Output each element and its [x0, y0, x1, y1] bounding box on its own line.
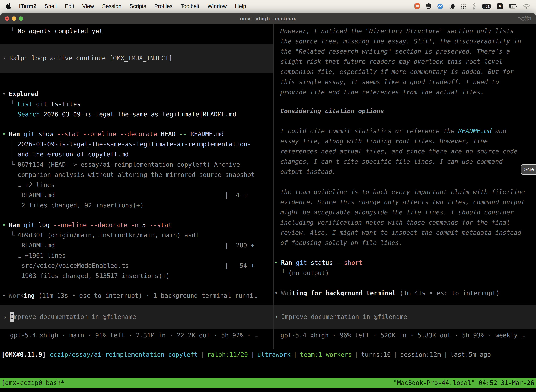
thinking-text-line: The team guideline is to back every impo…	[274, 187, 536, 197]
tmux-session-name[interactable]: [omx-cczip0:bash*	[0, 378, 64, 388]
menu-item-profiles[interactable]: Profiles	[154, 3, 172, 9]
dots-grid-icon[interactable]	[460, 3, 467, 9]
omx-mode: ultrawork	[257, 351, 291, 358]
commit-summary-line: └067f154 (HEAD -> essay/ai-reimplementat…	[0, 159, 273, 170]
menu-item-toolbelt[interactable]: Toolbelt	[181, 3, 199, 9]
menu-item-iterm2[interactable]: iTerm2	[19, 3, 36, 9]
tool-verb: List	[18, 101, 32, 108]
thinking-text-line: provide file and line references from th…	[274, 87, 536, 97]
thinking-text-line: references need actual files, and since …	[274, 146, 536, 156]
moon-icon[interactable]	[449, 3, 455, 9]
commit-summary-line: └4b9d30f (origin/main, instructkr/main, …	[0, 230, 273, 240]
file-link[interactable]: README.md	[458, 127, 492, 135]
menu-item-scripts[interactable]: Scripts	[129, 3, 146, 9]
thinking-text-line: evidence. Since this change only affects…	[274, 197, 536, 207]
explored-label: Explored	[9, 90, 38, 98]
command-output-guide: 2026-03-09-is-legal-the-same-as-legitima…	[12, 139, 273, 159]
ran-show-line: •Rangit show --stat --oneline --decorate…	[0, 129, 273, 139]
agents-note-line: └No agents completed yet	[0, 26, 273, 36]
menu-item-session[interactable]: Session	[102, 3, 121, 9]
inject-prompt-text: Ralph loop active continue [OMX_TMUX_INJ…	[9, 53, 172, 63]
ran-label: Ran	[9, 221, 20, 229]
inject-prompt-band[interactable]: ›Ralph loop active continue [OMX_TMUX_IN…	[0, 44, 273, 73]
menu-item-view[interactable]: View	[82, 3, 94, 9]
battery-icon[interactable]	[509, 4, 518, 9]
explored-list-line: └List git ls-files	[0, 99, 273, 109]
omx-worktree-path: cczip/essay/ai-reimplementation-copyleft	[50, 351, 198, 358]
apple-icon	[6, 3, 11, 9]
omx-last-activity: last:5m ago	[450, 351, 491, 358]
working-status-line: •Working (11m 13s • esc to interrupt) · …	[0, 290, 273, 301]
waiting-status-line: •Waiting for background terminal (1m 41s…	[274, 288, 536, 298]
ran-status-line: •Rangit status --short	[274, 258, 536, 268]
diffstat-line: README.md| 280 +	[0, 240, 273, 250]
chevron-icon: ›	[275, 312, 278, 322]
wifi-icon[interactable]	[523, 4, 530, 9]
commit-file-line: 2026-03-09-is-legal-the-same-as-legitima…	[18, 139, 273, 149]
more-lines-indicator: … +1901 lines	[0, 250, 273, 261]
shield-grid-icon[interactable]	[426, 3, 432, 10]
hook-icon[interactable]	[472, 3, 476, 10]
screen: iTerm2 Shell Edit View Session Scripts P…	[0, 0, 536, 392]
menu-item-edit[interactable]: Edit	[65, 3, 74, 9]
thinking-text-line: slight risk that future readers may over…	[274, 56, 536, 67]
menu-item-shell[interactable]: Shell	[44, 3, 57, 9]
thinking-text-line: might be acceptable alongside the file l…	[274, 207, 536, 217]
thinking-heading: Considering citation options	[274, 106, 536, 116]
prompt-placeholder: mprove documentation in @filename	[14, 312, 136, 322]
thinking-text-line: of focusing solely on file lines.	[274, 238, 536, 248]
menu-bar: iTerm2 Shell Edit View Session Scripts P…	[0, 0, 536, 13]
title-bar[interactable]: omx --xhigh --madmax ⌥⌘1	[0, 13, 536, 24]
bullet-icon: •	[2, 90, 6, 98]
omx-version: [OMX#0.11.9]	[1, 351, 50, 358]
tmux-host-clock: "MacBook-Pro-44.local" 04:52 31-Mar-26	[393, 378, 534, 388]
thinking-text-line: output instead.	[274, 167, 536, 177]
activity-icon[interactable]	[437, 3, 443, 9]
tool-verb: Search	[18, 111, 40, 118]
tree-icon: └	[11, 161, 14, 168]
thinking-text-line: changes, I can't cite specific file line…	[274, 156, 536, 167]
separator: |	[198, 351, 207, 358]
ran-label: Ran	[9, 131, 20, 138]
omx-team: team:1 workers	[300, 351, 352, 358]
prompt-input[interactable]: ›Improve documentation in @filename	[0, 305, 273, 329]
count-badge[interactable]: ..61	[482, 4, 491, 9]
window-shortcut: ⌥⌘1	[518, 15, 532, 22]
thinking-text-line: the "Related research writing" section i…	[274, 46, 536, 56]
ran-label: Ran	[281, 259, 292, 266]
thinking-text-line: However, I noticed the "Directory Struct…	[274, 26, 536, 36]
thinking-text-line: I could cite commit statistics or refere…	[274, 126, 536, 136]
text-cursor: I	[10, 312, 14, 322]
thinking-text-line: companion file, especially if more comme…	[274, 67, 536, 77]
input-source-icon[interactable]: A	[497, 3, 503, 10]
bottom-strip	[0, 388, 536, 392]
screen-indicator-tooltip: Scre	[521, 164, 536, 175]
separator: |	[352, 351, 361, 358]
menu-status-icons: ..61 A	[414, 3, 530, 10]
more-lines-indicator: … +2 lines	[0, 180, 273, 190]
tree-icon: └	[282, 269, 285, 276]
bullet-icon: •	[274, 289, 278, 297]
explored-header-line: •Explored	[0, 89, 273, 99]
prompt-input[interactable]: ›Improve documentation in @filename	[274, 305, 536, 329]
explored-search-line: Search 2026-03-09-is-legal-the-same-as-l…	[0, 109, 273, 119]
commit-summary-line: companion analysis without altering the …	[0, 170, 273, 180]
commit-file-line: and-the-erosion-of-copyleft.md	[18, 149, 273, 159]
svg-text:A: A	[498, 4, 502, 9]
thinking-text-line: the source tree, missing the essay. Stil…	[274, 36, 536, 46]
apple-menu[interactable]	[6, 3, 11, 9]
bullet-icon: •	[274, 259, 278, 266]
left-pane[interactable]: └No agents completed yet ›Ralph loop act…	[0, 24, 273, 350]
thinking-text-line: review. Also, I might want to inspect th…	[274, 228, 536, 238]
omx-status-bar: [OMX#0.11.9] cczip/essay/ai-reimplementa…	[0, 350, 536, 360]
right-pane[interactable]: However, I noticed the "Directory Struct…	[274, 24, 536, 350]
model-status-line: gpt-5.4 xhigh · 96% left · 520K in · 5.8…	[274, 330, 536, 340]
thinking-text-line: essay file, along with finding root file…	[274, 136, 536, 146]
bullet-icon: •	[2, 221, 6, 229]
separator: |	[441, 351, 450, 358]
chat-icon[interactable]	[414, 3, 421, 10]
omx-ralph-counter: ralph:11/20	[207, 351, 248, 358]
bullet-icon: •	[2, 131, 6, 138]
menu-item-window[interactable]: Window	[207, 3, 227, 9]
menu-item-help[interactable]: Help	[235, 3, 246, 9]
